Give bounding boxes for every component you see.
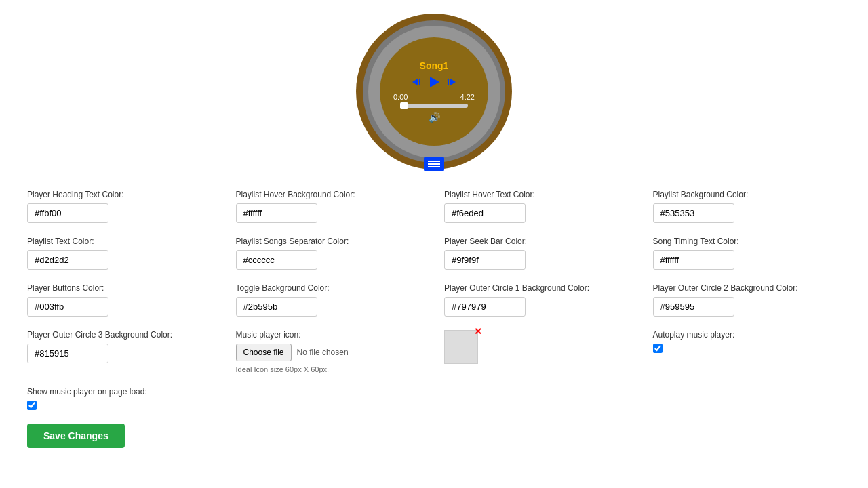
song-title: Song1	[420, 60, 449, 71]
input-playlist-songs-separator-color[interactable]	[236, 250, 317, 270]
icon-preview-wrapper: ✕	[444, 330, 478, 364]
field-outer-circle-3-bg-color: Player Outer Circle 3 Background Color:	[27, 330, 216, 363]
input-playlist-hover-bg-color[interactable]	[236, 203, 317, 223]
input-outer-circle-3-bg-color[interactable]	[27, 344, 108, 363]
autoplay-checkbox-wrapper	[653, 344, 842, 353]
settings-row-1: Player Heading Text Color: Playlist Hove…	[27, 190, 841, 223]
ideal-size-label: Ideal Icon size 60px X 60px.	[236, 365, 425, 373]
icon-preview-group: ✕	[444, 330, 633, 364]
input-player-seek-bar-color[interactable]	[444, 250, 526, 270]
label-outer-circle-3-bg-color: Player Outer Circle 3 Background Color:	[27, 330, 216, 340]
field-music-player-icon: Music player icon: Choose file No file c…	[236, 330, 425, 373]
outer-circle-1: Song1 0:00 4:22 🔊	[363, 20, 505, 163]
field-player-buttons-color: Player Buttons Color:	[27, 283, 216, 317]
field-playlist-text-color: Playlist Text Color:	[27, 237, 216, 270]
label-show-on-page-load: Show music player on page load:	[27, 387, 841, 396]
remove-icon-button[interactable]: ✕	[474, 326, 482, 337]
field-outer-circle-2-bg-color: Player Outer Circle 2 Background Color:	[653, 283, 842, 317]
input-outer-circle-1-bg-color[interactable]	[444, 297, 526, 317]
settings-row-2: Playlist Text Color: Playlist Songs Sepa…	[27, 237, 841, 270]
input-toggle-bg-color[interactable]	[236, 297, 317, 317]
field-playlist-hover-text-color: Playlist Hover Text Color:	[444, 190, 633, 223]
save-changes-button[interactable]: Save Changes	[27, 424, 125, 448]
volume-icon[interactable]: 🔊	[429, 112, 440, 123]
label-playlist-songs-separator-color: Playlist Songs Separator Color:	[236, 237, 425, 246]
label-toggle-bg-color: Toggle Background Color:	[236, 283, 425, 293]
show-on-page-load-checkbox-wrapper	[27, 401, 841, 410]
choose-file-button[interactable]: Choose file	[236, 344, 292, 361]
field-playlist-songs-separator-color: Playlist Songs Separator Color:	[236, 237, 425, 270]
inner-circle: Song1 0:00 4:22 🔊	[380, 37, 488, 146]
label-player-seek-bar-color: Player Seek Bar Color:	[444, 237, 633, 246]
field-player-seek-bar-color: Player Seek Bar Color:	[444, 237, 633, 270]
field-toggle-bg-color: Toggle Background Color:	[236, 283, 425, 317]
show-on-page-load-section: Show music player on page load:	[27, 387, 841, 410]
label-playlist-hover-text-color: Playlist Hover Text Color:	[444, 190, 633, 199]
outer-circle-3: Song1 0:00 4:22 🔊	[356, 14, 512, 169]
label-outer-circle-2-bg-color: Player Outer Circle 2 Background Color:	[653, 283, 842, 293]
label-playlist-hover-bg-color: Playlist Hover Background Color:	[236, 190, 425, 199]
settings-row-3: Player Buttons Color: Toggle Background …	[27, 283, 841, 317]
autoplay-checkbox[interactable]	[653, 344, 663, 353]
field-player-heading-text-color: Player Heading Text Color:	[27, 190, 216, 223]
outer-circle-2: Song1 0:00 4:22 🔊	[368, 26, 500, 158]
field-playlist-hover-bg-color: Playlist Hover Background Color:	[236, 190, 425, 223]
field-song-timing-text-color: Song Timing Text Color:	[653, 237, 842, 270]
player-preview: Song1 0:00 4:22 🔊	[27, 14, 841, 169]
label-player-buttons-color: Player Buttons Color:	[27, 283, 216, 293]
label-outer-circle-1-bg-color: Player Outer Circle 1 Background Color:	[444, 283, 633, 293]
label-playlist-text-color: Playlist Text Color:	[27, 237, 216, 246]
label-autoplay-music-player: Autoplay music player:	[653, 330, 842, 340]
timing-display: 0:00 4:22	[387, 93, 481, 101]
label-music-player-icon: Music player icon:	[236, 330, 425, 340]
input-playlist-hover-text-color[interactable]	[444, 203, 526, 223]
time-total: 4:22	[460, 93, 475, 101]
play-button[interactable]	[427, 75, 441, 89]
input-playlist-bg-color[interactable]	[653, 203, 734, 223]
seek-bar[interactable]	[400, 104, 468, 108]
input-song-timing-text-color[interactable]	[653, 250, 734, 270]
next-button[interactable]	[446, 77, 457, 87]
file-name-display: No file chosen	[297, 348, 349, 357]
input-playlist-text-color[interactable]	[27, 250, 108, 270]
label-player-heading-text-color: Player Heading Text Color:	[27, 190, 216, 199]
input-player-heading-text-color[interactable]	[27, 203, 108, 223]
time-current: 0:00	[393, 93, 408, 101]
prev-button[interactable]	[411, 77, 422, 87]
icon-preview-image	[444, 330, 478, 364]
field-outer-circle-1-bg-color: Player Outer Circle 1 Background Color:	[444, 283, 633, 317]
field-playlist-bg-color: Playlist Background Color:	[653, 190, 842, 223]
file-upload-row: Choose file No file chosen	[236, 344, 425, 361]
settings-row-4: Player Outer Circle 3 Background Color: …	[27, 330, 841, 373]
player-controls	[411, 75, 457, 89]
label-playlist-bg-color: Playlist Background Color:	[653, 190, 842, 199]
playlist-icon[interactable]	[424, 157, 444, 171]
label-song-timing-text-color: Song Timing Text Color:	[653, 237, 842, 246]
input-outer-circle-2-bg-color[interactable]	[653, 297, 734, 317]
input-player-buttons-color[interactable]	[27, 297, 108, 317]
field-autoplay-music-player: Autoplay music player:	[653, 330, 842, 353]
show-on-page-load-checkbox[interactable]	[27, 401, 37, 410]
